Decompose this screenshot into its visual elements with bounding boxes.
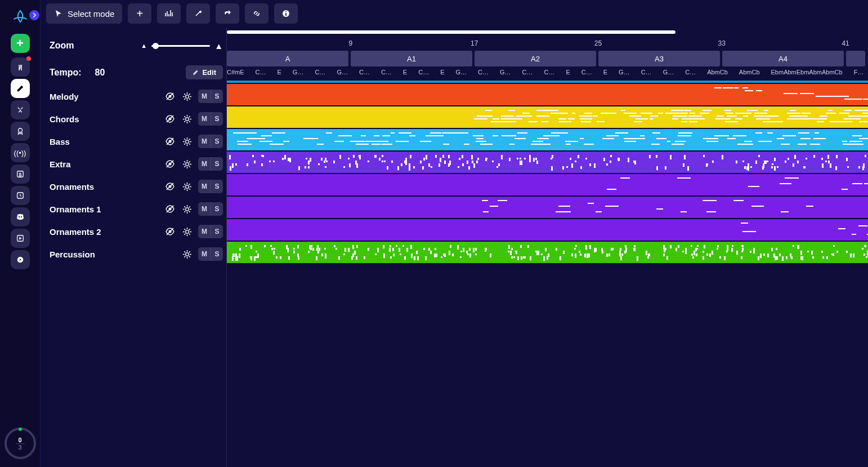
discord-button[interactable] — [11, 207, 30, 226]
library-button[interactable]: |/| — [11, 57, 30, 77]
achievements-button[interactable] — [11, 122, 30, 141]
section-block[interactable] — [846, 51, 865, 66]
chord-label[interactable]: C… — [522, 69, 533, 78]
chord-label[interactable]: AbmCb — [707, 69, 728, 78]
chord-label[interactable]: EbmAbmEbmAbmAbmCb — [771, 69, 843, 78]
chord-label[interactable]: E — [603, 69, 607, 78]
solo-button[interactable]: S — [211, 112, 223, 126]
solo-button[interactable]: S — [211, 90, 223, 103]
pricing-button[interactable]: $ — [11, 164, 30, 184]
mute-button[interactable]: M — [198, 180, 211, 193]
history-button[interactable] — [11, 186, 30, 205]
bars-tool-button[interactable] — [157, 3, 181, 24]
chord-label[interactable]: C… — [685, 69, 696, 78]
solo-button[interactable]: S — [211, 225, 223, 238]
track-row[interactable]: PercussionMS — [46, 243, 226, 265]
chord-label[interactable]: C… — [581, 69, 592, 78]
chord-label[interactable]: E — [566, 69, 570, 78]
chord-label[interactable]: G… — [619, 69, 630, 78]
track-row[interactable]: Ornaments 1MS — [46, 198, 226, 220]
tools-button[interactable] — [11, 100, 30, 119]
visibility-icon[interactable] — [164, 226, 176, 237]
mute-button[interactable]: M — [198, 90, 211, 103]
mute-button[interactable]: M — [198, 247, 211, 261]
chord-label[interactable]: C… — [418, 69, 429, 78]
explore-button[interactable] — [11, 250, 30, 269]
chord-label[interactable]: C… — [478, 69, 489, 78]
credits-indicator[interactable]: 0 3 — [5, 428, 36, 459]
add-tool-button[interactable]: + — [128, 3, 151, 24]
edit-nav-button[interactable] — [11, 79, 30, 98]
visibility-icon[interactable] — [164, 158, 176, 170]
chord-label[interactable]: E — [403, 69, 407, 78]
track-lane[interactable] — [227, 83, 868, 106]
chord-label[interactable]: C… — [641, 69, 652, 78]
track-row[interactable]: OrnamentsMS — [46, 175, 226, 198]
gear-icon[interactable] — [181, 203, 193, 215]
chord-label[interactable]: G… — [293, 69, 304, 78]
track-lane[interactable] — [227, 174, 868, 196]
track-lane[interactable] — [227, 151, 868, 174]
gear-icon[interactable] — [181, 248, 193, 260]
gear-icon[interactable] — [181, 181, 193, 192]
mute-button[interactable]: M — [198, 135, 211, 148]
chord-label[interactable]: G… — [663, 69, 674, 78]
visibility-icon[interactable] — [164, 181, 176, 192]
track-lane[interactable] — [227, 128, 868, 151]
solo-button[interactable]: S — [211, 247, 223, 261]
chord-label[interactable]: G… — [500, 69, 511, 78]
visibility-icon[interactable] — [164, 136, 176, 147]
chord-label[interactable]: G… — [337, 69, 348, 78]
zoom-out-icon[interactable]: ▲ — [141, 42, 147, 49]
track-lane[interactable] — [227, 196, 868, 219]
visibility-icon[interactable] — [164, 203, 176, 215]
chord-label[interactable]: G… — [455, 69, 467, 78]
gear-icon[interactable] — [181, 113, 193, 124]
gear-icon[interactable] — [181, 136, 193, 147]
app-logo[interactable] — [9, 6, 32, 28]
zoom-thumb[interactable] — [153, 43, 159, 49]
play-nav-button[interactable] — [11, 229, 30, 248]
gear-icon[interactable] — [181, 158, 193, 170]
chord-label[interactable]: C#mE — [227, 69, 244, 78]
solo-button[interactable]: S — [211, 202, 223, 216]
solo-button[interactable]: S — [211, 135, 223, 148]
track-lane[interactable] — [227, 241, 868, 264]
broadcast-button[interactable]: ((•)) — [11, 143, 30, 162]
track-row[interactable]: Ornaments 2MS — [46, 220, 226, 243]
chord-label[interactable]: C… — [381, 69, 392, 78]
track-lane[interactable] — [227, 106, 868, 128]
visibility-icon[interactable] — [164, 113, 176, 124]
chord-label[interactable]: F… — [854, 69, 864, 78]
bar-ruler[interactable]: 917253341 — [227, 39, 868, 50]
zoom-in-icon[interactable]: ▲ — [214, 41, 223, 51]
track-row[interactable]: ExtraMS — [46, 153, 226, 175]
chord-label[interactable]: E — [278, 69, 281, 78]
mute-button[interactable]: M — [198, 202, 211, 216]
section-block[interactable]: A1 — [351, 51, 472, 66]
forward-tool-button[interactable] — [216, 3, 239, 24]
visibility-icon[interactable] — [164, 91, 176, 102]
chord-label[interactable]: E — [440, 69, 444, 78]
solo-button[interactable]: S — [211, 180, 223, 193]
tempo-edit-button[interactable]: Edit — [186, 65, 223, 79]
track-row[interactable]: BassMS — [46, 130, 226, 153]
select-mode-button[interactable]: Select mode — [46, 3, 122, 24]
info-tool-button[interactable] — [274, 3, 298, 24]
track-row[interactable]: ChordsMS — [46, 108, 226, 130]
section-block[interactable]: A2 — [475, 51, 596, 66]
gear-icon[interactable] — [181, 226, 193, 237]
section-block[interactable]: A3 — [598, 51, 720, 66]
chord-label[interactable]: C… — [315, 69, 325, 78]
zoom-slider[interactable] — [151, 45, 210, 47]
collapse-rail-button[interactable] — [29, 10, 39, 20]
chord-label[interactable]: C… — [359, 69, 370, 78]
link-tool-button[interactable] — [245, 3, 269, 24]
chord-label[interactable]: C… — [256, 69, 266, 78]
chord-label[interactable]: C… — [544, 69, 555, 78]
track-lane[interactable] — [227, 219, 868, 241]
mute-button[interactable]: M — [198, 157, 211, 171]
track-row[interactable]: MelodyMS — [46, 85, 226, 108]
minimap[interactable] — [227, 30, 675, 34]
section-block[interactable]: A4 — [722, 51, 844, 66]
